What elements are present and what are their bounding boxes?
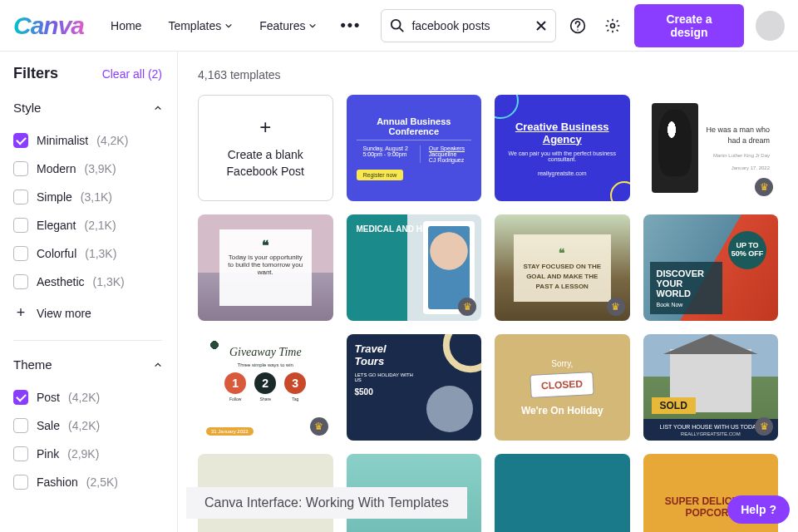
template-card[interactable]: SOLD LIST YOUR HOUSE WITH US TODAY!REALL… (643, 334, 779, 441)
nav-features-label: Features (259, 19, 305, 32)
user-avatar[interactable] (756, 11, 785, 41)
settings-icon-button[interactable] (598, 11, 628, 41)
filter-label: Fashion (37, 475, 78, 489)
filter-style-modern[interactable]: Modern (3,9K) (13, 155, 162, 183)
section-style-title: Style (13, 101, 41, 115)
filter-theme-fashion[interactable]: Fashion (2,5K) (13, 468, 162, 496)
checkbox-icon (13, 418, 28, 433)
premium-badge-icon (755, 417, 773, 436)
help-button[interactable]: Help ? (727, 495, 790, 524)
template-card[interactable]: Creative Business Agency We can pair you… (495, 95, 630, 201)
template-graphic: 1Follow2Share3Tag (206, 372, 325, 401)
filter-style-elegant[interactable]: Elegant (2,1K) (13, 211, 162, 239)
filter-count: (3,1K) (81, 190, 112, 204)
section-theme-title: Theme (13, 357, 52, 372)
main-area: Filters Clear all (2) Style Minimalist (… (0, 52, 798, 532)
clear-search-icon[interactable] (535, 20, 547, 32)
create-blank-card[interactable]: + Create a blank Facebook Post (198, 95, 333, 201)
filter-count: (3,9K) (84, 162, 116, 175)
chevron-down-icon (224, 22, 233, 30)
search-input[interactable] (411, 19, 529, 32)
filter-label: Sale (37, 419, 60, 432)
chevron-up-icon (154, 104, 162, 112)
filter-count: (4,2K) (68, 391, 100, 404)
filter-label: Pink (37, 447, 59, 461)
premium-badge-icon (458, 298, 476, 316)
template-card[interactable]: MEDICAL AND HEALTH CARE (347, 214, 482, 321)
nav-home-label: Home (111, 19, 141, 32)
help-icon (569, 17, 586, 34)
template-text: 31 January 2022 (206, 427, 254, 436)
search-box[interactable] (381, 9, 556, 42)
nav-templates[interactable]: Templates (158, 12, 243, 39)
template-card[interactable]: ❝Today is your opportunity to build the … (198, 214, 333, 321)
premium-badge-icon (755, 178, 773, 196)
canva-logo[interactable]: Canva (13, 12, 94, 40)
help-icon-button[interactable] (563, 11, 592, 41)
chevron-up-icon (154, 361, 162, 369)
template-card[interactable]: ❝STAY FOCUSED ON THE GOAL AND MAKE THE P… (495, 214, 630, 321)
nav-templates-label: Templates (168, 19, 221, 32)
top-header: Canva Home Templates Features ••• Create… (0, 0, 798, 52)
checkbox-icon (13, 161, 28, 176)
filter-style-aesthetic[interactable]: Aesthetic (1,3K) (13, 268, 162, 296)
filter-style-colorful[interactable]: Colorful (1,3K) (13, 239, 162, 268)
divider (13, 340, 162, 341)
template-card[interactable]: He was a man who had a dreamMartin Luthe… (643, 95, 779, 201)
template-text: He was a man who had a dreamMartin Luthe… (703, 125, 771, 172)
create-design-button[interactable]: Create a design (634, 4, 745, 47)
filter-count: (2,5K) (86, 475, 118, 489)
filter-label: Elegant (37, 219, 76, 232)
template-title: Annual Business Conference (357, 116, 472, 140)
results-count: 4,163 templates (198, 68, 778, 81)
template-text: ❝Today is your opportunity to build the … (219, 229, 312, 306)
template-content: 4,163 templates + Create a blank Faceboo… (178, 52, 798, 532)
view-more-label: View more (37, 307, 91, 320)
nav-more-icon[interactable]: ••• (333, 17, 367, 34)
template-card[interactable] (495, 454, 630, 532)
filter-count: (2,1K) (84, 219, 116, 232)
template-grid: + Create a blank Facebook Post Annual Bu… (198, 95, 778, 532)
section-theme-header[interactable]: Theme (13, 357, 162, 372)
chevron-down-icon (308, 22, 317, 30)
filter-theme-sale[interactable]: Sale (4,2K) (13, 411, 162, 440)
checkbox-icon (13, 475, 28, 490)
template-text: We can pair you with the perfect busines… (505, 150, 620, 162)
checkbox-icon (13, 190, 28, 204)
filter-theme-pink[interactable]: Pink (2,9K) (13, 440, 162, 468)
filters-sidebar: Filters Clear all (2) Style Minimalist (… (0, 52, 178, 532)
search-icon (390, 18, 405, 33)
filter-count: (4,2K) (68, 419, 100, 432)
filter-style-minimalist[interactable]: Minimalist (4,2K) (13, 126, 162, 155)
filter-label: Aesthetic (37, 275, 85, 288)
template-card[interactable]: Giveaway Time Three simple ways to win 1… (198, 334, 333, 441)
template-text: Sorry, (551, 359, 573, 368)
checkbox-icon (13, 274, 28, 289)
checkbox-icon (13, 133, 28, 148)
template-badge: SOLD (652, 397, 696, 414)
template-sign: CLOSED (530, 372, 594, 398)
filter-theme-post[interactable]: Post (4,2K) (13, 383, 162, 411)
filter-style-simple[interactable]: Simple (3,1K) (13, 183, 162, 211)
filter-count: (2,9K) (67, 447, 99, 461)
nav-home[interactable]: Home (101, 12, 151, 39)
nav-features[interactable]: Features (249, 12, 327, 39)
template-text: Sunday, August 25:00pm - 9:00pmOur Speak… (362, 145, 465, 163)
clear-all-link[interactable]: Clear all (2) (102, 67, 162, 81)
filters-header: Filters Clear all (2) (13, 65, 162, 82)
template-card[interactable]: Sorry, CLOSED We're On Holiday (495, 334, 630, 441)
filter-label: Modern (37, 162, 76, 175)
template-text: ❝STAY FOCUSED ON THE GOAL AND MAKE THE P… (514, 234, 611, 302)
template-card[interactable]: Travel ToursLETS GO HOLIDAY WITH US$500 (347, 334, 482, 441)
template-card[interactable]: UP TO 50% OFF DISCOVER YOUR WORLDBook No… (643, 214, 779, 321)
template-text: DISCOVER YOUR WORLDBook Now (650, 262, 723, 314)
filters-title: Filters (13, 65, 58, 82)
section-style-header[interactable]: Style (13, 101, 162, 115)
template-badge: UP TO 50% OFF (728, 231, 766, 269)
template-image (426, 386, 473, 432)
template-card[interactable]: Annual Business Conference Sunday, Augus… (347, 95, 482, 201)
gear-icon (604, 17, 621, 34)
filter-label: Colorful (37, 247, 76, 260)
view-more-style[interactable]: +View more (13, 296, 162, 337)
plus-icon: + (259, 116, 271, 139)
